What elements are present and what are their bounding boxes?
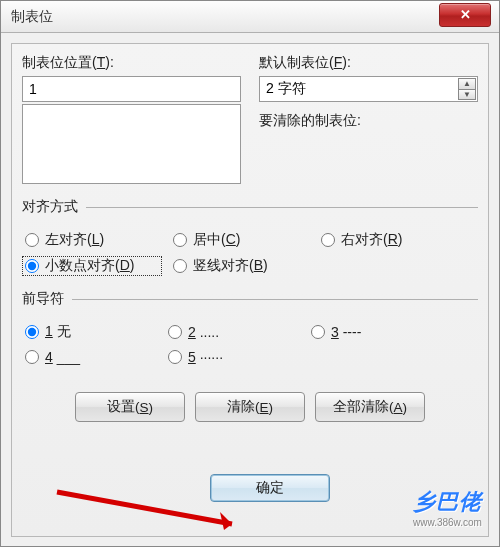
leader-5-label: 5 ······: [188, 349, 223, 365]
clear-button[interactable]: 清除(E): [195, 392, 305, 422]
leader-2-label: 2 .....: [188, 324, 219, 340]
leader-group: 前导符 1 无 2 ..... 3 ---- 4 ___: [22, 290, 478, 366]
align-right-label: 右对齐(R): [341, 231, 402, 249]
leader-legend: 前导符: [22, 290, 72, 308]
align-decimal-label: 小数点对齐(D): [45, 257, 134, 275]
set-button[interactable]: 设置(S): [75, 392, 185, 422]
tab-position-label: 制表位位置(T):: [22, 54, 241, 72]
leader-5-radio[interactable]: 5 ······: [165, 348, 300, 366]
default-tab-spinner[interactable]: ▲ ▼: [458, 78, 476, 100]
tab-position-input[interactable]: [22, 76, 241, 102]
leader-4-radio[interactable]: 4 ___: [22, 348, 157, 366]
close-icon: ✕: [460, 7, 471, 22]
align-left-radio[interactable]: 左对齐(L): [22, 230, 162, 250]
svg-marker-1: [220, 512, 232, 530]
watermark-sub: www.386w.com: [413, 517, 482, 528]
watermark: 乡巴佬 www.386w.com: [413, 487, 482, 528]
ok-button[interactable]: 确定: [210, 474, 330, 502]
alignment-legend: 对齐方式: [22, 198, 86, 216]
tab-position-list[interactable]: [22, 104, 241, 184]
align-center-radio[interactable]: 居中(C): [170, 230, 310, 250]
clear-list-label: 要清除的制表位:: [259, 112, 478, 130]
leader-1-radio[interactable]: 1 无: [22, 322, 157, 342]
watermark-main: 乡巴佬: [413, 489, 482, 514]
leader-1-label: 1 无: [45, 323, 71, 341]
clear-all-button[interactable]: 全部清除(A): [315, 392, 425, 422]
leader-4-label: 4 ___: [45, 349, 80, 365]
align-decimal-radio[interactable]: 小数点对齐(D): [22, 256, 162, 276]
align-bar-label: 竖线对齐(B): [193, 257, 268, 275]
default-tab-input[interactable]: [259, 76, 478, 102]
title-bar: 制表位 ✕: [1, 1, 499, 33]
dialog-body: 制表位位置(T): 默认制表位(F): ▲ ▼ 要清除的制表位: 对齐方式: [11, 43, 489, 537]
align-center-label: 居中(C): [193, 231, 240, 249]
close-button[interactable]: ✕: [439, 3, 491, 27]
leader-3-radio[interactable]: 3 ----: [308, 322, 443, 342]
align-left-label: 左对齐(L): [45, 231, 104, 249]
leader-2-radio[interactable]: 2 .....: [165, 322, 300, 342]
default-tab-label: 默认制表位(F):: [259, 54, 478, 72]
alignment-group: 对齐方式 左对齐(L) 居中(C) 右对齐(R) 小数点对齐(D): [22, 198, 478, 276]
spinner-up-icon[interactable]: ▲: [458, 78, 476, 89]
align-bar-radio[interactable]: 竖线对齐(B): [170, 256, 310, 276]
align-right-radio[interactable]: 右对齐(R): [318, 230, 458, 250]
spinner-down-icon[interactable]: ▼: [458, 89, 476, 101]
leader-3-label: 3 ----: [331, 324, 361, 340]
window-title: 制表位: [11, 8, 53, 26]
